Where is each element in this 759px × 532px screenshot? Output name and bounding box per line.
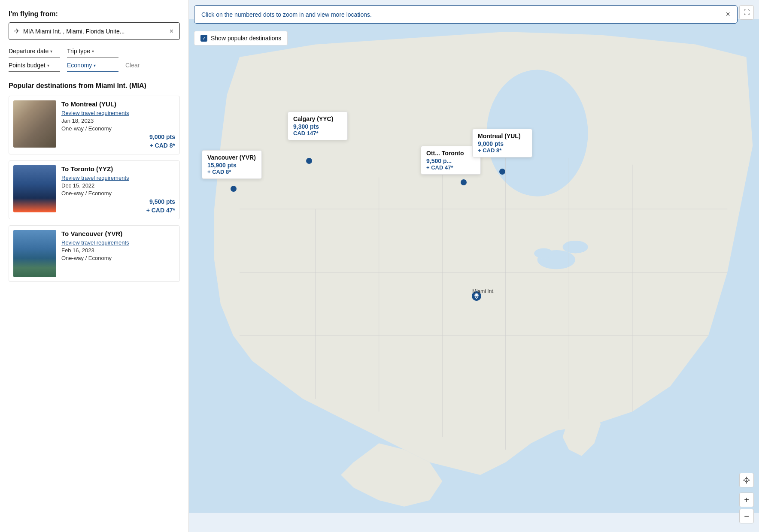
dest-info-2: To Vancouver (YVR) Review travel require…: [61, 230, 175, 277]
map-info-text: Click on the numbered dots to zoom in an…: [201, 11, 372, 18]
vancouver-map-dot[interactable]: [231, 186, 237, 192]
dest-info-1: To Toronto (YYZ) Review travel requireme…: [61, 165, 175, 215]
toronto-popup[interactable]: Ott... Toronto 9,500 p... + CAD 47*: [421, 146, 481, 175]
calgary-popup-city: Calgary (YYC): [293, 115, 342, 122]
svg-point-2: [563, 241, 588, 254]
dest-date-0: Jan 18, 2023: [61, 118, 175, 124]
airport-clear-button[interactable]: ×: [169, 27, 174, 35]
clear-button[interactable]: Clear: [125, 62, 140, 72]
departure-chevron-icon: ▾: [50, 49, 52, 54]
svg-point-16: [746, 480, 747, 481]
montreal-popup-city: Montreal (YUL): [478, 133, 527, 139]
dest-image-2: [13, 230, 56, 277]
destination-card-0[interactable]: To Montreal (YUL) Review travel requirem…: [9, 96, 180, 154]
vancouver-popup-cad: + CAD 8*: [207, 169, 256, 175]
points-budget-label: Points budget: [9, 62, 46, 69]
toronto-popup-cad: + CAD 47*: [426, 164, 475, 171]
map-info-bar: Click on the numbered dots to zoom in an…: [194, 5, 738, 24]
left-panel: I'm flying from: ✈ MIA Miami Int. , Miam…: [0, 0, 189, 532]
fullscreen-icon: ⛶: [744, 9, 750, 16]
map-background: [189, 0, 759, 532]
dest-triptype-0: One-way / Economy: [61, 125, 175, 132]
calgary-map-dot[interactable]: [306, 158, 312, 164]
map-panel: Click on the numbered dots to zoom in an…: [189, 0, 759, 532]
dest-name-2: To Vancouver (YVR): [61, 230, 175, 237]
dest-name-1: To Toronto (YYZ): [61, 165, 175, 172]
dest-date-1: Dec 15, 2022: [61, 182, 175, 189]
dest-triptype-1: One-way / Economy: [61, 190, 175, 196]
popular-destinations-title: Popular destinations from Miami Int. (MI…: [9, 82, 180, 90]
fullscreen-button[interactable]: ⛶: [739, 5, 754, 20]
departure-date-dropdown[interactable]: Departure date ▾: [9, 48, 60, 57]
dest-name-0: To Montreal (YUL): [61, 100, 175, 108]
toronto-popup-pts: 9,500 p...: [426, 157, 475, 164]
flying-from-label: I'm flying from:: [9, 10, 180, 18]
points-budget-chevron-icon: ▾: [47, 63, 49, 68]
vancouver-popup-pts: 15,900 pts: [207, 162, 256, 169]
vancouver-popup-city: Vancouver (YVR): [207, 154, 256, 161]
toronto-map-dot[interactable]: [461, 179, 467, 185]
dest-image-1: [13, 165, 56, 212]
zoom-controls: + −: [739, 473, 754, 523]
dest-info-0: To Montreal (YUL) Review travel requirem…: [61, 100, 175, 150]
economy-chevron-icon: ▾: [94, 63, 96, 68]
filter-row-1: Departure date ▾ Trip type ▾: [9, 48, 180, 57]
show-popular-checkbox[interactable]: ✓: [200, 35, 207, 42]
dest-pts-1: 9,500 pts+ CAD 47*: [61, 198, 175, 215]
map-info-close-button[interactable]: ×: [726, 10, 730, 19]
calgary-popup-pts: 9,300 pts: [293, 123, 342, 130]
toronto-popup-city: Ott... Toronto: [426, 150, 475, 157]
dest-date-2: Feb 16, 2023: [61, 247, 175, 254]
trip-type-inner[interactable]: Trip type ▾: [67, 48, 118, 57]
dest-pts-0: 9,000 pts+ CAD 8*: [61, 133, 175, 150]
zoom-in-button[interactable]: +: [739, 493, 754, 507]
departure-date-inner[interactable]: Departure date ▾: [9, 48, 60, 57]
filter-row-2: Points budget ▾ Economy ▾ Clear: [9, 62, 180, 72]
svg-point-3: [534, 248, 553, 259]
dest-triptype-2: One-way / Economy: [61, 255, 175, 261]
dest-link-1[interactable]: Review travel requirements: [61, 175, 175, 181]
montreal-popup-pts: 9,000 pts: [478, 140, 527, 147]
points-budget-dropdown[interactable]: Points budget ▾: [9, 62, 60, 72]
economy-inner[interactable]: Economy ▾: [67, 62, 118, 72]
miami-label: Miami Int.: [472, 288, 495, 294]
montreal-map-dot[interactable]: [499, 169, 505, 175]
destination-cards-list: To Montreal (YUL) Review travel requirem…: [9, 96, 180, 282]
destination-card-2[interactable]: To Vancouver (YVR) Review travel require…: [9, 225, 180, 282]
economy-dropdown[interactable]: Economy ▾: [67, 62, 118, 72]
points-budget-inner[interactable]: Points budget ▾: [9, 62, 60, 72]
locate-button[interactable]: [739, 473, 754, 487]
show-popular-label: Show popular destinations: [211, 35, 281, 42]
calgary-popup[interactable]: Calgary (YYC) 9,300 pts CAD 147*: [288, 112, 348, 140]
destination-card-1[interactable]: To Toronto (YYZ) Review travel requireme…: [9, 160, 180, 219]
dest-link-2[interactable]: Review travel requirements: [61, 239, 175, 246]
zoom-out-button[interactable]: −: [739, 509, 754, 523]
plane-icon: ✈: [14, 27, 20, 35]
calgary-popup-cad: CAD 147*: [293, 130, 342, 136]
dest-link-0[interactable]: Review travel requirements: [61, 110, 175, 116]
departure-date-label: Departure date: [9, 48, 49, 54]
vancouver-popup[interactable]: Vancouver (YVR) 15,900 pts + CAD 8*: [202, 150, 262, 179]
show-popular-bar[interactable]: ✓ Show popular destinations: [194, 31, 288, 45]
trip-type-dropdown[interactable]: Trip type ▾: [67, 48, 118, 57]
dest-image-0: [13, 100, 56, 148]
trip-type-chevron-icon: ▾: [92, 49, 94, 54]
montreal-popup[interactable]: Montreal (YUL) 9,000 pts + CAD 8*: [472, 129, 532, 157]
trip-type-label: Trip type: [67, 48, 90, 54]
airport-value: MIA Miami Int. , Miami, Florida Unite...: [23, 28, 165, 35]
airport-input-box[interactable]: ✈ MIA Miami Int. , Miami, Florida Unite.…: [9, 22, 180, 40]
economy-label: Economy: [67, 62, 92, 69]
montreal-popup-cad: + CAD 8*: [478, 147, 527, 154]
locate-icon: [743, 477, 750, 484]
